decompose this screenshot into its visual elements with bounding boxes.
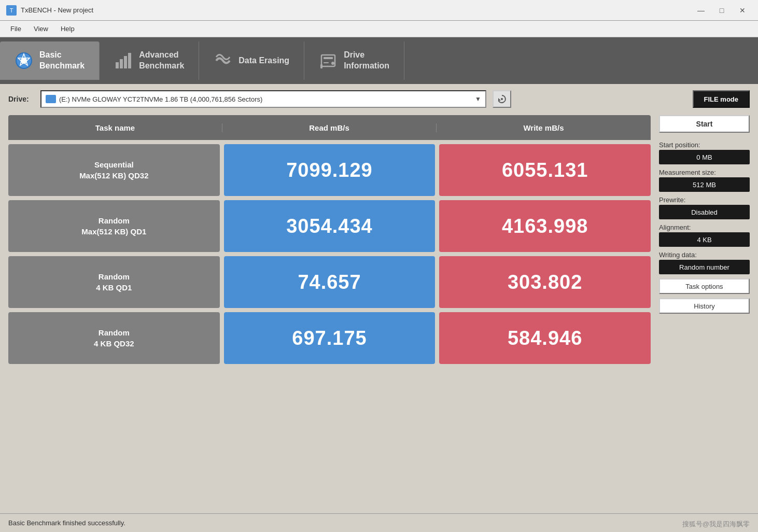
basic-benchmark-icon	[15, 51, 33, 70]
svg-point-9	[331, 62, 334, 65]
task-options-button[interactable]: Task options	[659, 278, 750, 294]
writing-data-label: Writing data:	[659, 251, 750, 259]
row-read-2: 74.657	[224, 256, 436, 308]
main-content: Drive: (E:) NVMe GLOWAY YCT2TNVMe 1.86 T…	[0, 84, 758, 513]
start-position-group: Start position: 0 MB	[659, 141, 750, 164]
data-erasing-icon	[214, 51, 232, 70]
row-write-1: 4163.998	[439, 200, 651, 252]
drive-row: Drive: (E:) NVMe GLOWAY YCT2TNVMe 1.86 T…	[8, 90, 750, 108]
table-row: Random4 KB QD1 74.657 303.802	[8, 256, 651, 308]
start-position-label: Start position:	[659, 141, 750, 149]
start-position-value: 0 MB	[659, 150, 750, 164]
writing-data-group: Writing data: Random number	[659, 251, 750, 274]
alignment-value: 4 KB	[659, 232, 750, 247]
prewrite-label: Prewrite:	[659, 196, 750, 204]
prewrite-group: Prewrite: Disabled	[659, 196, 750, 219]
row-label-0: SequentialMax(512 KB) QD32	[8, 144, 220, 196]
table-header: Task name Read mB/s Write mB/s	[8, 115, 651, 140]
refresh-icon	[497, 94, 507, 104]
svg-point-13	[501, 98, 503, 100]
drive-refresh-button[interactable]	[493, 90, 511, 108]
writing-data-value: Random number	[659, 260, 750, 274]
drive-value: (E:) NVMe GLOWAY YCT2TNVMe 1.86 TB (4,00…	[59, 95, 468, 103]
table-row: SequentialMax(512 KB) QD32 7099.129 6055…	[8, 144, 651, 196]
table-row: Random4 KB QD32 697.175 584.946	[8, 312, 651, 364]
tab-drive-label: DriveInformation	[344, 50, 389, 72]
alignment-group: Alignment: 4 KB	[659, 223, 750, 247]
menu-view[interactable]: View	[27, 23, 54, 35]
advanced-benchmark-icon	[114, 51, 133, 70]
tab-drive-information[interactable]: DriveInformation	[304, 41, 404, 80]
statusbar: Basic Benchmark finished successfully. 搜…	[0, 513, 758, 532]
minimize-button[interactable]: —	[692, 3, 710, 18]
window-title: TxBENCH - New project	[21, 6, 692, 14]
file-mode-button[interactable]: FILE mode	[693, 90, 750, 108]
row-label-1: RandomMax(512 KB) QD1	[8, 200, 220, 252]
svg-rect-10	[324, 62, 329, 63]
header-read: Read mB/s	[222, 123, 437, 132]
svg-rect-11	[320, 64, 322, 68]
status-text: Basic Benchmark finished successfully.	[8, 519, 125, 527]
toolbar: BasicBenchmark AdvancedBenchmark Data Er…	[0, 37, 758, 84]
tab-data-erasing[interactable]: Data Erasing	[199, 41, 304, 80]
menubar: File View Help	[0, 21, 758, 37]
table-rows: SequentialMax(512 KB) QD32 7099.129 6055…	[8, 144, 651, 364]
svg-rect-8	[324, 57, 333, 59]
close-button[interactable]: ✕	[733, 3, 752, 18]
tab-advanced-label: AdvancedBenchmark	[139, 50, 184, 72]
benchmark-table: Task name Read mB/s Write mB/s Sequentia…	[8, 115, 651, 507]
svg-marker-12	[498, 98, 501, 101]
prewrite-value: Disabled	[659, 205, 750, 219]
row-write-2: 303.802	[439, 256, 651, 308]
row-label-2: Random4 KB QD1	[8, 256, 220, 308]
svg-rect-6	[128, 53, 131, 68]
window-controls: — □ ✕	[692, 3, 752, 18]
table-row: RandomMax(512 KB) QD1 3054.434 4163.998	[8, 200, 651, 252]
svg-rect-3	[116, 62, 119, 68]
row-read-0: 7099.129	[224, 144, 436, 196]
app-icon: T	[6, 5, 17, 16]
drive-label: Drive:	[8, 95, 34, 103]
alignment-label: Alignment:	[659, 223, 750, 231]
drive-information-icon	[319, 51, 338, 70]
drive-select[interactable]: (E:) NVMe GLOWAY YCT2TNVMe 1.86 TB (4,00…	[40, 90, 486, 108]
drive-dropdown-arrow: ▼	[475, 95, 481, 103]
tab-basic-benchmark[interactable]: BasicBenchmark	[0, 41, 100, 80]
drive-small-icon	[46, 95, 56, 103]
measurement-size-group: Measurement size: 512 MB	[659, 169, 750, 192]
measurement-size-label: Measurement size:	[659, 169, 750, 176]
row-write-0: 6055.131	[439, 144, 651, 196]
row-read-1: 3054.434	[224, 200, 436, 252]
tab-basic-label: BasicBenchmark	[39, 50, 85, 72]
watermark: 搜狐号@我是四海飘零	[682, 520, 750, 529]
start-button[interactable]: Start	[659, 115, 750, 133]
menu-file[interactable]: File	[4, 23, 27, 35]
svg-rect-5	[124, 56, 127, 68]
results-area: Task name Read mB/s Write mB/s Sequentia…	[8, 115, 750, 507]
row-write-3: 584.946	[439, 312, 651, 364]
row-read-3: 697.175	[224, 312, 436, 364]
row-label-3: Random4 KB QD32	[8, 312, 220, 364]
history-button[interactable]: History	[659, 298, 750, 314]
titlebar: T TxBENCH - New project — □ ✕	[0, 0, 758, 21]
maximize-button[interactable]: □	[712, 3, 731, 18]
tab-erasing-label: Data Erasing	[238, 55, 289, 66]
header-task-name: Task name	[8, 123, 222, 132]
menu-help[interactable]: Help	[54, 23, 81, 35]
measurement-size-value: 512 MB	[659, 177, 750, 192]
svg-rect-4	[120, 59, 123, 68]
tab-advanced-benchmark[interactable]: AdvancedBenchmark	[100, 41, 199, 80]
header-write: Write mB/s	[437, 123, 651, 132]
sidebar: Start Start position: 0 MB Measurement s…	[659, 115, 750, 507]
